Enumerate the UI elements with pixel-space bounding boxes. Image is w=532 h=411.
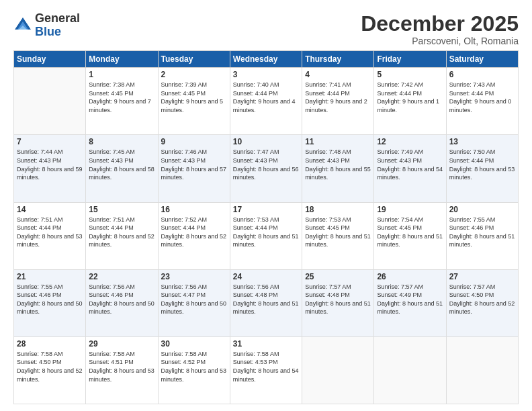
day-info: Sunrise: 7:53 AMSunset: 4:44 PMDaylight:… [233, 216, 299, 249]
location: Parscoveni, Olt, Romania [361, 36, 519, 46]
day-info: Sunrise: 7:58 AMSunset: 4:52 PMDaylight:… [161, 350, 227, 383]
day-info: Sunrise: 7:51 AMSunset: 4:44 PMDaylight:… [17, 216, 83, 249]
table-row: 15Sunrise: 7:51 AMSunset: 4:44 PMDayligh… [86, 202, 158, 269]
calendar-week-row: 14Sunrise: 7:51 AMSunset: 4:44 PMDayligh… [14, 202, 519, 269]
day-number: 28 [17, 339, 83, 349]
day-number: 6 [449, 70, 515, 79]
day-number: 16 [161, 205, 227, 214]
table-row: 17Sunrise: 7:53 AMSunset: 4:44 PMDayligh… [230, 202, 302, 269]
day-number: 26 [377, 272, 443, 281]
table-row: 7Sunrise: 7:44 AMSunset: 4:43 PMDaylight… [14, 135, 86, 202]
table-row: 9Sunrise: 7:46 AMSunset: 4:43 PMDaylight… [158, 135, 230, 202]
day-info: Sunrise: 7:53 AMSunset: 4:45 PMDaylight:… [305, 216, 371, 249]
table-row: 30Sunrise: 7:58 AMSunset: 4:52 PMDayligh… [158, 336, 230, 404]
day-info: Sunrise: 7:44 AMSunset: 4:43 PMDaylight:… [17, 148, 83, 181]
calendar-week-row: 1Sunrise: 7:38 AMSunset: 4:45 PMDaylight… [14, 68, 519, 135]
calendar-week-row: 28Sunrise: 7:58 AMSunset: 4:50 PMDayligh… [14, 336, 519, 404]
day-number: 24 [233, 272, 299, 281]
day-info: Sunrise: 7:55 AMSunset: 4:46 PMDaylight:… [449, 216, 515, 249]
day-number: 20 [449, 205, 515, 214]
logo: General Blue [13, 12, 80, 39]
table-row: 3Sunrise: 7:40 AMSunset: 4:44 PMDaylight… [230, 68, 302, 135]
day-info: Sunrise: 7:43 AMSunset: 4:44 PMDaylight:… [449, 81, 515, 114]
day-info: Sunrise: 7:58 AMSunset: 4:51 PMDaylight:… [89, 350, 154, 383]
table-row [14, 68, 86, 135]
day-number: 23 [161, 272, 227, 281]
day-info: Sunrise: 7:58 AMSunset: 4:53 PMDaylight:… [233, 350, 299, 383]
table-row: 13Sunrise: 7:50 AMSunset: 4:44 PMDayligh… [446, 135, 518, 202]
table-row: 8Sunrise: 7:45 AMSunset: 4:43 PMDaylight… [86, 135, 158, 202]
day-info: Sunrise: 7:57 AMSunset: 4:50 PMDaylight:… [449, 283, 515, 316]
header: General Blue December 2025 Parscoveni, O… [13, 12, 519, 46]
day-number: 2 [161, 70, 227, 79]
calendar-header-row: Sunday Monday Tuesday Wednesday Thursday… [14, 51, 519, 68]
month-title: December 2025 [361, 12, 519, 36]
table-row [374, 336, 446, 404]
table-row: 23Sunrise: 7:56 AMSunset: 4:47 PMDayligh… [158, 269, 230, 336]
day-number: 13 [449, 137, 515, 146]
day-info: Sunrise: 7:51 AMSunset: 4:44 PMDaylight:… [89, 216, 154, 249]
day-number: 12 [377, 137, 443, 146]
day-info: Sunrise: 7:41 AMSunset: 4:44 PMDaylight:… [305, 81, 371, 114]
table-row: 4Sunrise: 7:41 AMSunset: 4:44 PMDaylight… [302, 68, 374, 135]
day-number: 9 [161, 137, 227, 146]
day-number: 25 [305, 272, 371, 281]
table-row: 26Sunrise: 7:57 AMSunset: 4:49 PMDayligh… [374, 269, 446, 336]
table-row [302, 336, 374, 404]
day-number: 8 [89, 137, 154, 146]
table-row: 12Sunrise: 7:49 AMSunset: 4:43 PMDayligh… [374, 135, 446, 202]
day-info: Sunrise: 7:50 AMSunset: 4:44 PMDaylight:… [449, 148, 515, 181]
logo-icon [13, 16, 32, 35]
col-monday: Monday [86, 51, 158, 68]
day-number: 29 [89, 339, 154, 349]
calendar: Sunday Monday Tuesday Wednesday Thursday… [13, 50, 519, 404]
table-row: 24Sunrise: 7:56 AMSunset: 4:48 PMDayligh… [230, 269, 302, 336]
day-number: 14 [17, 205, 83, 214]
day-number: 3 [233, 70, 299, 79]
table-row: 29Sunrise: 7:58 AMSunset: 4:51 PMDayligh… [86, 336, 158, 404]
table-row: 10Sunrise: 7:47 AMSunset: 4:43 PMDayligh… [230, 135, 302, 202]
day-number: 1 [89, 70, 154, 79]
logo-line1: General [35, 12, 80, 26]
table-row: 11Sunrise: 7:48 AMSunset: 4:43 PMDayligh… [302, 135, 374, 202]
day-info: Sunrise: 7:56 AMSunset: 4:46 PMDaylight:… [89, 283, 154, 316]
day-number: 11 [305, 137, 371, 146]
table-row: 28Sunrise: 7:58 AMSunset: 4:50 PMDayligh… [14, 336, 86, 404]
day-info: Sunrise: 7:40 AMSunset: 4:44 PMDaylight:… [233, 81, 299, 114]
day-info: Sunrise: 7:57 AMSunset: 4:49 PMDaylight:… [377, 283, 443, 316]
day-number: 18 [305, 205, 371, 214]
col-friday: Friday [374, 51, 446, 68]
day-info: Sunrise: 7:55 AMSunset: 4:46 PMDaylight:… [17, 283, 83, 316]
calendar-week-row: 7Sunrise: 7:44 AMSunset: 4:43 PMDaylight… [14, 135, 519, 202]
table-row: 1Sunrise: 7:38 AMSunset: 4:45 PMDaylight… [86, 68, 158, 135]
day-info: Sunrise: 7:56 AMSunset: 4:48 PMDaylight:… [233, 283, 299, 316]
day-number: 7 [17, 137, 83, 146]
day-number: 21 [17, 272, 83, 281]
day-info: Sunrise: 7:46 AMSunset: 4:43 PMDaylight:… [161, 148, 227, 181]
day-info: Sunrise: 7:42 AMSunset: 4:44 PMDaylight:… [377, 81, 443, 114]
day-info: Sunrise: 7:58 AMSunset: 4:50 PMDaylight:… [17, 350, 83, 383]
day-info: Sunrise: 7:52 AMSunset: 4:44 PMDaylight:… [161, 216, 227, 249]
day-number: 19 [377, 205, 443, 214]
title-block: December 2025 Parscoveni, Olt, Romania [361, 12, 519, 46]
day-info: Sunrise: 7:56 AMSunset: 4:47 PMDaylight:… [161, 283, 227, 316]
page: General Blue December 2025 Parscoveni, O… [0, 0, 532, 411]
day-info: Sunrise: 7:49 AMSunset: 4:43 PMDaylight:… [377, 148, 443, 181]
table-row: 31Sunrise: 7:58 AMSunset: 4:53 PMDayligh… [230, 336, 302, 404]
table-row [446, 336, 518, 404]
table-row: 22Sunrise: 7:56 AMSunset: 4:46 PMDayligh… [86, 269, 158, 336]
col-wednesday: Wednesday [230, 51, 302, 68]
table-row: 14Sunrise: 7:51 AMSunset: 4:44 PMDayligh… [14, 202, 86, 269]
col-saturday: Saturday [446, 51, 518, 68]
day-number: 4 [305, 70, 371, 79]
table-row: 27Sunrise: 7:57 AMSunset: 4:50 PMDayligh… [446, 269, 518, 336]
logo-line2: Blue [35, 26, 80, 39]
col-thursday: Thursday [302, 51, 374, 68]
logo-text: General Blue [35, 12, 80, 39]
col-tuesday: Tuesday [158, 51, 230, 68]
table-row: 2Sunrise: 7:39 AMSunset: 4:45 PMDaylight… [158, 68, 230, 135]
day-number: 17 [233, 205, 299, 214]
calendar-week-row: 21Sunrise: 7:55 AMSunset: 4:46 PMDayligh… [14, 269, 519, 336]
day-number: 31 [233, 339, 299, 349]
table-row: 25Sunrise: 7:57 AMSunset: 4:48 PMDayligh… [302, 269, 374, 336]
